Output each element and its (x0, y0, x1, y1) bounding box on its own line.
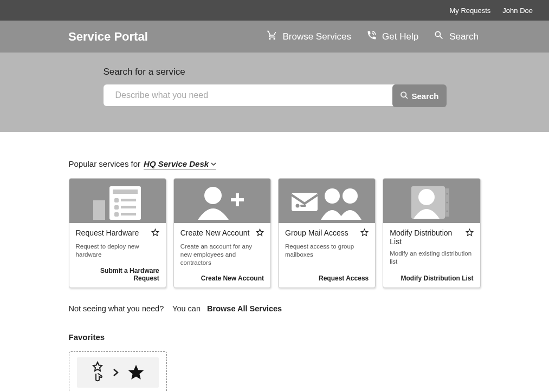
card-title: Modify Distribution List (390, 228, 463, 246)
favorite-star-button[interactable] (360, 228, 369, 239)
card-action-link[interactable]: Submit a Hardware Request (76, 267, 159, 282)
svg-rect-4 (113, 190, 138, 194)
svg-point-24 (418, 189, 435, 205)
card-desc: Create an account for any new employees … (180, 243, 264, 267)
navbar: Service Portal Browse Services Get Help … (0, 21, 549, 53)
search-label: Search for a service (104, 67, 481, 77)
star-hand-icon (90, 361, 105, 384)
svg-rect-8 (121, 206, 136, 208)
star-filled-icon (127, 363, 145, 382)
svg-point-21 (447, 193, 448, 195)
service-card-group-mail[interactable]: Group Mail Access Request access to grou… (278, 178, 376, 288)
svg-rect-2 (93, 200, 105, 220)
service-card-create-account[interactable]: Create New Account Create an account for… (173, 178, 271, 288)
card-action-link[interactable]: Modify Distribution List (390, 275, 473, 282)
card-image (174, 179, 270, 223)
svg-rect-10 (121, 213, 136, 215)
star-outline-icon (151, 228, 159, 237)
card-action-link[interactable]: Create New Account (180, 275, 264, 282)
svg-rect-6 (121, 199, 136, 201)
search-input[interactable] (104, 84, 395, 106)
service-card-modify-distlist[interactable]: Modify Distribution List Modify an exist… (383, 178, 480, 288)
nav-links: Browse Services Get Help Search (267, 30, 479, 43)
svg-rect-13 (236, 193, 239, 206)
svg-rect-14 (292, 193, 318, 211)
favorite-star-button[interactable] (466, 228, 474, 239)
not-seeing-row: Not seeing what you need? You can Browse… (69, 304, 481, 313)
svg-rect-5 (114, 198, 119, 202)
phone-icon (366, 30, 377, 43)
favorites-hint: You can favorite services for quick acce… (69, 388, 166, 392)
favorites-placeholder-card: You can favorite services for quick acce… (69, 351, 167, 392)
chevron-down-icon (211, 159, 216, 168)
nav-search[interactable]: Search (434, 30, 479, 43)
card-title: Create New Account (180, 228, 250, 237)
favorites-placeholder-image (77, 357, 159, 388)
search-icon (400, 91, 409, 101)
department-name: HQ Service Desk (144, 159, 209, 168)
svg-rect-7 (114, 205, 119, 210)
card-action-link[interactable]: Request Access (285, 275, 369, 282)
card-title: Request Hardware (76, 228, 139, 237)
nav-help-label: Get Help (382, 31, 418, 42)
browse-all-link[interactable]: Browse All Services (207, 304, 282, 313)
card-title: Group Mail Access (285, 228, 348, 237)
my-requests-link[interactable]: My Requests (449, 6, 490, 15)
nav-search-label: Search (449, 31, 479, 42)
search-button[interactable]: Search (392, 84, 446, 107)
nav-browse-services[interactable]: Browse Services (267, 30, 351, 43)
card-image (69, 179, 166, 223)
svg-line-1 (405, 96, 408, 99)
hero: Search for a service Search (0, 53, 549, 132)
app-title: Service Portal (68, 30, 148, 44)
favorites-heading: Favorites (69, 332, 481, 342)
not-seeing-youcan: You can (172, 304, 201, 313)
cart-icon (267, 30, 277, 43)
card-desc: Modify an existing distribution list (390, 250, 473, 267)
user-menu[interactable]: John Doe (502, 6, 533, 15)
not-seeing-question: Not seeing what you need? (69, 304, 164, 313)
svg-point-11 (204, 187, 222, 204)
svg-point-15 (296, 204, 300, 208)
card-image (279, 179, 375, 223)
svg-point-23 (447, 211, 448, 212)
card-desc: Request to deploy new hardware (76, 243, 159, 259)
svg-point-18 (343, 188, 358, 204)
svg-point-17 (325, 188, 340, 204)
service-card-request-hardware[interactable]: Request Hardware Request to deploy new h… (69, 178, 166, 288)
svg-point-0 (401, 92, 406, 97)
card-image (383, 179, 480, 223)
favorite-star-button[interactable] (151, 228, 159, 239)
popular-prefix: Popular services for (69, 159, 141, 168)
department-dropdown[interactable]: HQ Service Desk (144, 159, 216, 169)
favorite-star-button[interactable] (256, 228, 264, 239)
search-row: Search (104, 84, 447, 107)
popular-heading: Popular services for HQ Service Desk (69, 159, 481, 169)
card-desc: Request access to group mailboxes (285, 243, 369, 267)
star-outline-icon (466, 228, 474, 237)
star-outline-icon (256, 228, 264, 237)
search-icon (434, 30, 444, 43)
service-cards: Request Hardware Request to deploy new h… (69, 178, 481, 288)
svg-rect-16 (300, 205, 306, 207)
svg-rect-9 (114, 212, 119, 217)
search-button-label: Search (411, 92, 438, 101)
content: Popular services for HQ Service Desk (69, 132, 481, 392)
nav-browse-label: Browse Services (282, 31, 351, 42)
star-outline-icon (360, 228, 369, 237)
nav-get-help[interactable]: Get Help (366, 30, 418, 43)
topbar: My Requests John Doe (0, 0, 549, 21)
svg-point-22 (447, 202, 448, 204)
chevron-right-icon (113, 368, 119, 377)
